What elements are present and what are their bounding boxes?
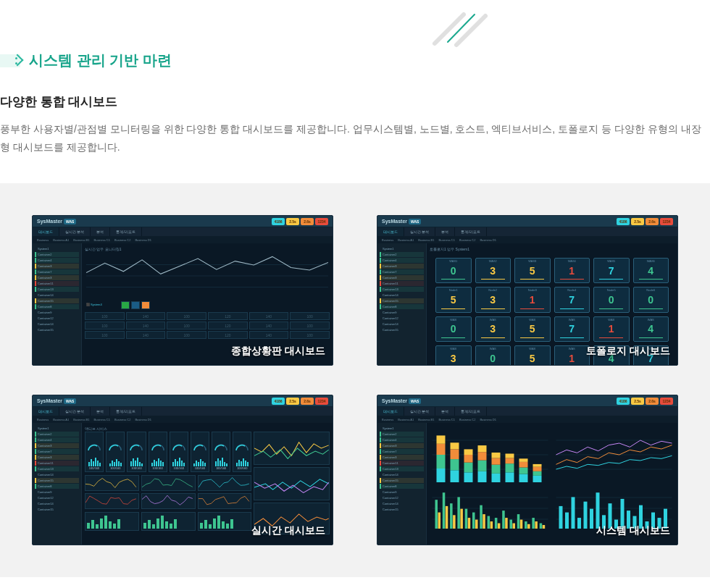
gauge: 100/160 bbox=[85, 432, 104, 472]
sidebar-item: Container14 bbox=[380, 293, 424, 298]
status-icon-blue bbox=[131, 301, 140, 309]
svg-rect-9 bbox=[437, 469, 446, 482]
gauge: 100/160 bbox=[191, 432, 209, 472]
svg-rect-28 bbox=[492, 453, 501, 458]
status-cell: 100 bbox=[167, 312, 206, 320]
caption: 토폴로지 대시보드 bbox=[586, 345, 670, 358]
subtab: Business D1 bbox=[480, 236, 496, 243]
status-cell: 140 bbox=[249, 322, 289, 329]
sidebar-item: Container9 bbox=[380, 490, 424, 495]
svg-rect-61 bbox=[488, 516, 490, 529]
svg-rect-51 bbox=[450, 503, 453, 529]
svg-rect-37 bbox=[533, 476, 542, 482]
product-logo: SysMaster WAS bbox=[382, 219, 421, 224]
subtab: Business C2 bbox=[459, 416, 475, 423]
status-cell: 100 bbox=[85, 312, 125, 320]
dashboard-gallery: SysMaster WAS 4186 2.5s 2.6s 1234 대시보드 실… bbox=[0, 183, 710, 577]
topology-cell: WAS41 bbox=[554, 258, 590, 283]
topology-cell: WAS7 bbox=[554, 316, 590, 342]
status-badges: 4186 2.5s 2.6s 1234 bbox=[272, 218, 328, 225]
topology-cell: WAS0 bbox=[435, 316, 472, 342]
sidebar-item: Container7 bbox=[380, 449, 424, 454]
status-cell: 120 bbox=[208, 322, 248, 329]
svg-rect-56 bbox=[468, 518, 471, 529]
svg-rect-31 bbox=[506, 458, 514, 464]
svg-rect-26 bbox=[492, 465, 501, 474]
svg-rect-85 bbox=[590, 509, 593, 529]
sidebar-item: Container3 bbox=[35, 443, 79, 448]
svg-rect-71 bbox=[525, 521, 527, 529]
tab-realtime: 실시간 분석 bbox=[59, 227, 91, 236]
main-tabs: 대시보드 실시간 분석 분석 통계/리포트 bbox=[33, 227, 333, 236]
svg-rect-39 bbox=[533, 467, 542, 471]
svg-rect-11 bbox=[437, 444, 446, 455]
svg-rect-23 bbox=[478, 452, 487, 460]
svg-rect-52 bbox=[453, 515, 456, 529]
sidebar-item: Container9 bbox=[35, 310, 79, 315]
sidebar-item: Container3 bbox=[35, 264, 79, 269]
badge-orange: 2.6s bbox=[301, 218, 314, 225]
gauge-row: 100/160100/160100/160100/160100/160100/1… bbox=[85, 432, 251, 472]
topology-cell: WAS10 bbox=[435, 258, 472, 283]
status-cell: 100 bbox=[290, 312, 330, 320]
subtab: Business D1 bbox=[135, 236, 151, 243]
sidebar-item: Container4 bbox=[380, 258, 424, 263]
status-cell: 100 bbox=[167, 322, 206, 329]
svg-rect-69 bbox=[517, 514, 520, 529]
svg-rect-21 bbox=[478, 471, 487, 482]
sidebar-item: Container3 bbox=[35, 275, 79, 280]
svg-rect-81 bbox=[565, 513, 569, 529]
bottom-bar-cell bbox=[198, 512, 252, 531]
sidebar-item: Container15 bbox=[35, 327, 79, 332]
sidebar-item: Container14 bbox=[35, 293, 79, 298]
badge-cyan: 4186 bbox=[272, 218, 285, 225]
topology-cell: Node31 bbox=[514, 287, 551, 312]
main-tabs: 대시보드 실시간 분석 분석 통계/리포트 bbox=[377, 227, 677, 236]
status-cell: 100 bbox=[167, 331, 206, 339]
subtab: Business B1 bbox=[73, 236, 89, 243]
svg-rect-38 bbox=[533, 471, 542, 476]
sidebar-item: Container13 bbox=[35, 287, 79, 292]
svg-rect-50 bbox=[446, 506, 448, 529]
sidebar-item: Container15 bbox=[35, 507, 79, 512]
status-cell: 100 bbox=[85, 331, 125, 339]
tab-dashboard: 대시보드 bbox=[33, 227, 59, 236]
status-badges: 4186 2.5s 2.6s 1234 bbox=[617, 218, 673, 225]
svg-rect-83 bbox=[577, 518, 581, 529]
svg-rect-62 bbox=[490, 521, 493, 529]
sidebar-item: Container15 bbox=[35, 478, 79, 483]
subtab: Business A1 bbox=[53, 416, 69, 423]
subtab: Business C1 bbox=[93, 416, 109, 423]
sparkline bbox=[141, 493, 196, 509]
svg-rect-75 bbox=[540, 524, 543, 529]
stacked-bar-chart bbox=[430, 426, 551, 484]
product-logo: SysMaster WAS bbox=[37, 398, 76, 404]
sidebar-item: Container8 bbox=[380, 484, 424, 489]
sidebar-item: Container4 bbox=[380, 437, 424, 442]
sidebar-item: Container9 bbox=[380, 310, 424, 315]
sidebar-item: Container12 bbox=[380, 316, 424, 321]
gauge: 100/160 bbox=[106, 432, 125, 472]
subtab: Business C2 bbox=[114, 416, 130, 423]
svg-rect-14 bbox=[451, 459, 459, 470]
system-label: ⬛ System4 bbox=[85, 301, 120, 309]
sidebar-item: Container14 bbox=[380, 322, 424, 327]
badge-red: 1234 bbox=[315, 218, 328, 225]
sidebar-item: Container7 bbox=[380, 269, 424, 274]
subtab: Business C1 bbox=[93, 236, 109, 243]
svg-rect-59 bbox=[480, 505, 483, 529]
topology-cell: WAS23 bbox=[475, 258, 511, 283]
subtab: Business bbox=[37, 236, 49, 243]
status-cell: 140 bbox=[126, 322, 166, 329]
sidebar-item: Container15 bbox=[35, 298, 79, 303]
svg-rect-10 bbox=[437, 455, 446, 469]
status-grid: 1001401001201401001001401001201401001001… bbox=[85, 312, 330, 339]
svg-rect-16 bbox=[451, 442, 459, 449]
topology-cell: WAS3 bbox=[435, 345, 472, 366]
subtab: Business C1 bbox=[438, 416, 454, 423]
sidebar-item: System1 bbox=[35, 426, 79, 431]
subtab: Business C2 bbox=[459, 236, 475, 243]
status-cell: 100 bbox=[290, 331, 330, 339]
sidebar-item: Container15 bbox=[380, 327, 424, 332]
topology-cell: WAS35 bbox=[514, 258, 551, 283]
